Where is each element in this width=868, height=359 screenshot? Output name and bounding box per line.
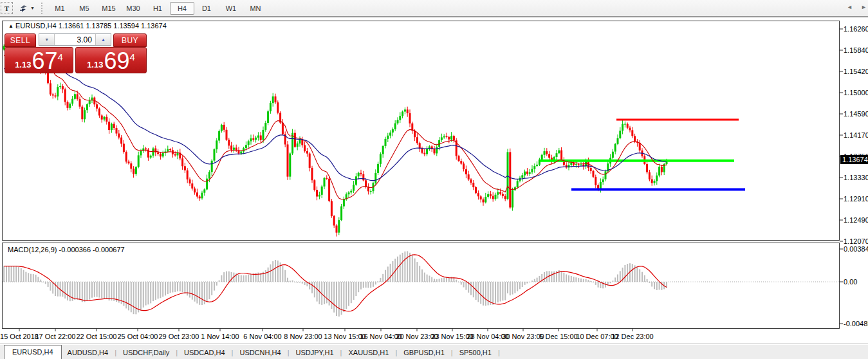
chart-ohlc-values: 1.13661 1.13785 1.13594 1.13674 bbox=[59, 22, 167, 30]
sell-price-button[interactable]: 1.13 67 4 bbox=[5, 47, 73, 73]
stepper-down-icon: ▼ bbox=[44, 37, 49, 42]
time-axis-label: 17 Oct 22:00 bbox=[35, 333, 76, 340]
price-axis-label: 1.13330 bbox=[844, 174, 868, 181]
price-axis-label: 1.15420 bbox=[844, 68, 868, 75]
volume-increase-button[interactable]: ▲ bbox=[95, 34, 111, 45]
price-axis-label: 1.12070 bbox=[844, 237, 868, 245]
time-axis-label: 30 Nov 23:00 bbox=[502, 333, 544, 340]
mt4-window: T ▼ M1M5M15M30H1H4D1W1MN ▲ EURUSD,H4 1.1… bbox=[0, 0, 868, 359]
current-price-tag: 1.13674 bbox=[840, 155, 868, 164]
chart-title: ▲ EURUSD,H4 1.13661 1.13785 1.13594 1.13… bbox=[8, 22, 167, 30]
buy-price-big: 69 bbox=[104, 51, 129, 71]
time-axis-label: 5 Dec 15:00 bbox=[539, 333, 577, 340]
tab-scroll-left-icon[interactable]: ◄ bbox=[847, 4, 853, 10]
buy-price-pip: 4 bbox=[130, 51, 135, 62]
sell-price-prefix: 1.13 bbox=[15, 60, 31, 69]
macd-pane-border bbox=[3, 243, 840, 329]
macd-axis-label: -0.004856 bbox=[844, 320, 868, 327]
sell-price-big: 67 bbox=[32, 51, 57, 71]
stepper-up-icon: ▲ bbox=[101, 37, 106, 42]
chart-tab-audusd-h4[interactable]: AUDUSD,H4 bbox=[62, 347, 115, 358]
price-axis-label: 1.15840 bbox=[844, 46, 868, 54]
price-axis-label: 1.15000 bbox=[844, 89, 868, 97]
price-axis-label: 1.14170 bbox=[844, 131, 868, 139]
chart-tab-gbpusd-h1[interactable]: GBPUSD,H1 bbox=[398, 347, 450, 358]
volume-decrease-button[interactable]: ▼ bbox=[39, 34, 55, 45]
chart-tab-usdcnh-h4[interactable]: USDCNH,H4 bbox=[234, 347, 286, 358]
macd-axis-label: 0.00 bbox=[844, 278, 857, 286]
collapse-triangle-icon[interactable]: ▲ bbox=[8, 23, 14, 29]
time-axis-label: 22 Oct 15:00 bbox=[77, 333, 117, 340]
price-axis-label: 1.12490 bbox=[844, 216, 868, 224]
volume-input[interactable]: 3.00 bbox=[55, 34, 95, 45]
volume-stepper: ▼ 3.00 ▲ bbox=[39, 33, 111, 46]
sell-button[interactable]: SELL bbox=[5, 33, 36, 47]
tab-scroll-right-icon[interactable]: ► bbox=[861, 4, 867, 10]
time-axis-label: 8 Nov 23:00 bbox=[284, 333, 322, 340]
chart-tab-bar: EURUSD,H4AUDUSD,H4|USDCHF,Daily|USDCAD,H… bbox=[0, 344, 868, 359]
chart-tab-usdcad-h4[interactable]: USDCAD,H4 bbox=[178, 347, 231, 358]
price-axis-label: 1.12910 bbox=[844, 195, 868, 203]
time-axis-label: 12 Dec 23:00 bbox=[611, 333, 653, 340]
buy-price-prefix: 1.13 bbox=[87, 60, 103, 69]
chart-tab-eurusd-h4[interactable]: EURUSD,H4 bbox=[4, 345, 62, 359]
time-axis-label: 6 Nov 04:00 bbox=[243, 333, 281, 340]
time-axis-label: 1 Nov 14:00 bbox=[201, 333, 239, 340]
tab-separator: | bbox=[497, 349, 501, 356]
chart-symbol-period: EURUSD,H4 bbox=[15, 22, 57, 30]
time-axis-label: 29 Oct 23:00 bbox=[159, 333, 199, 340]
macd-series bbox=[3, 251, 839, 317]
macd-axis-label: 0.003847 bbox=[844, 245, 868, 253]
one-click-trading-panel: SELL ▼ 3.00 ▲ BUY 1.13 67 4 1.13 69 4 bbox=[5, 33, 147, 73]
chart-tab-sp500-h1[interactable]: SP500,H1 bbox=[454, 347, 497, 358]
chart-tab-xauusd-h1[interactable]: XAUUSD,H1 bbox=[342, 347, 394, 358]
buy-button[interactable]: BUY bbox=[113, 33, 147, 47]
price-axis-label: 1.14590 bbox=[844, 110, 868, 118]
time-axis-label: 25 Oct 04:00 bbox=[118, 333, 158, 340]
macd-signal-line bbox=[4, 255, 667, 311]
macd-indicator-label: MACD(12,26,9) -0.000366 -0.000677 bbox=[8, 246, 125, 253]
price-axis-label: 1.16260 bbox=[844, 25, 868, 33]
chart-tab-usdchf-daily[interactable]: USDCHF,Daily bbox=[117, 347, 175, 358]
buy-price-button[interactable]: 1.13 69 4 bbox=[75, 47, 147, 73]
chart-tab-usdjpy-h1[interactable]: USDJPY,H1 bbox=[290, 347, 339, 358]
time-axis-label: 15 Oct 2018 bbox=[0, 333, 39, 340]
sell-price-pip: 4 bbox=[58, 51, 63, 62]
